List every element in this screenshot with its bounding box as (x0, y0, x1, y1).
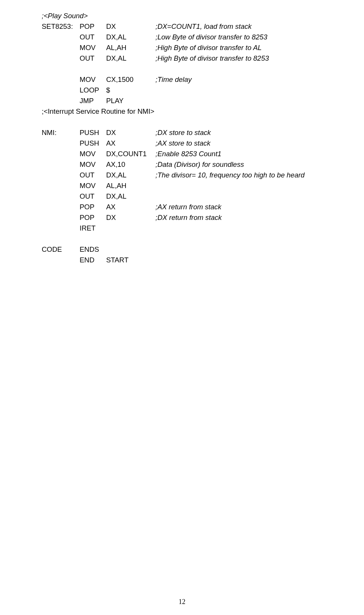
section-header-interrupt: ;<Interrupt Service Routine for NMI> (42, 106, 326, 117)
arg (106, 244, 155, 255)
op: LOOP (80, 85, 106, 96)
label (42, 223, 80, 234)
page-number: 12 (0, 598, 364, 606)
label (42, 149, 80, 159)
comment: ;Data (Divisor) for soundless (155, 159, 326, 170)
arg: DX,AL (106, 32, 155, 42)
op: END (80, 255, 106, 265)
arg: AX (106, 138, 155, 149)
code-line: OUT DX,AL ;Low Byte of divisor transfer … (42, 32, 326, 42)
comment: ;DX store to stack (155, 127, 326, 138)
comment (155, 180, 326, 191)
code-line: MOV CX,1500 ;Time delay (42, 74, 326, 85)
label (42, 32, 80, 42)
comment (155, 255, 326, 265)
op: PUSH (80, 138, 106, 149)
code-line: MOV AL,AH ;High Byte of divisor transfer… (42, 42, 326, 53)
arg (106, 223, 155, 234)
code-line: OUT DX,AL (42, 191, 326, 202)
comment: ;The divisor= 10, frequency too high to … (155, 170, 326, 180)
op: ENDS (80, 244, 106, 255)
code-line: POP AX ;AX return from stack (42, 202, 326, 212)
code-line: MOV AX,10 ;Data (Divisor) for soundless (42, 159, 326, 170)
comment (155, 96, 326, 106)
label (42, 74, 80, 85)
label (42, 170, 80, 180)
op: OUT (80, 32, 106, 42)
code-line: POP DX ;DX return from stack (42, 212, 326, 223)
label: CODE (42, 244, 80, 255)
comment (155, 244, 326, 255)
comment: ;Enable 8253 Count1 (155, 149, 326, 159)
comment (155, 223, 326, 234)
comment: ;High Byte of divisor transfer to AL (155, 42, 326, 53)
op: POP (80, 202, 106, 212)
comment (155, 85, 326, 96)
code-line: CODE ENDS (42, 244, 326, 255)
comment: ;DX=COUNT1, load from stack (155, 21, 326, 32)
op: OUT (80, 53, 106, 64)
arg: AL,AH (106, 42, 155, 53)
comment: ;High Byte of divisor transfer to 8253 (155, 53, 326, 64)
op: OUT (80, 191, 106, 202)
code-line: SET8253: POP DX ;DX=COUNT1, load from st… (42, 21, 326, 32)
comment: ;AX return from stack (155, 202, 326, 212)
op: OUT (80, 170, 106, 180)
arg: DX (106, 21, 155, 32)
op: MOV (80, 74, 106, 85)
arg: AL,AH (106, 180, 155, 191)
op: POP (80, 21, 106, 32)
op: JMP (80, 96, 106, 106)
comment: ;Low Byte of divisor transfer to 8253 (155, 32, 326, 42)
code-line: MOV DX,COUNT1 ;Enable 8253 Count1 (42, 149, 326, 159)
code-line: END START (42, 255, 326, 265)
label: SET8253: (42, 21, 80, 32)
op: MOV (80, 180, 106, 191)
label (42, 85, 80, 96)
code-line: OUT DX,AL ;The divisor= 10, frequency to… (42, 170, 326, 180)
label (42, 180, 80, 191)
label (42, 42, 80, 53)
op: PUSH (80, 127, 106, 138)
page: ;<Play Sound> SET8253: POP DX ;DX=COUNT1… (0, 0, 364, 615)
arg: DX (106, 127, 155, 138)
code-line: OUT DX,AL ;High Byte of divisor transfer… (42, 53, 326, 64)
op: MOV (80, 159, 106, 170)
op: IRET (80, 223, 106, 234)
arg: DX (106, 212, 155, 223)
comment: ;AX store to stack (155, 138, 326, 149)
op: MOV (80, 149, 106, 159)
label (42, 212, 80, 223)
arg: DX,AL (106, 191, 155, 202)
label (42, 255, 80, 265)
code-line: LOOP $ (42, 85, 326, 96)
arg: PLAY (106, 96, 155, 106)
comment: ;DX return from stack (155, 212, 326, 223)
op: MOV (80, 42, 106, 53)
code-line: JMP PLAY (42, 96, 326, 106)
arg: AX (106, 202, 155, 212)
label (42, 159, 80, 170)
label (42, 53, 80, 64)
arg: DX,AL (106, 170, 155, 180)
code-line: PUSH AX ;AX store to stack (42, 138, 326, 149)
text: ;<Play Sound> (42, 11, 88, 21)
label (42, 202, 80, 212)
op: POP (80, 212, 106, 223)
code-line: IRET (42, 223, 326, 234)
arg: DX,COUNT1 (106, 149, 155, 159)
arg: $ (106, 85, 155, 96)
text: ;<Interrupt Service Routine for NMI> (42, 106, 154, 117)
code-line: NMI: PUSH DX ;DX store to stack (42, 127, 326, 138)
arg: CX,1500 (106, 74, 155, 85)
code-line: MOV AL,AH (42, 180, 326, 191)
arg: START (106, 255, 155, 265)
label: NMI: (42, 127, 80, 138)
arg: AX,10 (106, 159, 155, 170)
arg: DX,AL (106, 53, 155, 64)
label (42, 96, 80, 106)
label (42, 191, 80, 202)
comment: ;Time delay (155, 74, 326, 85)
label (42, 138, 80, 149)
comment (155, 191, 326, 202)
